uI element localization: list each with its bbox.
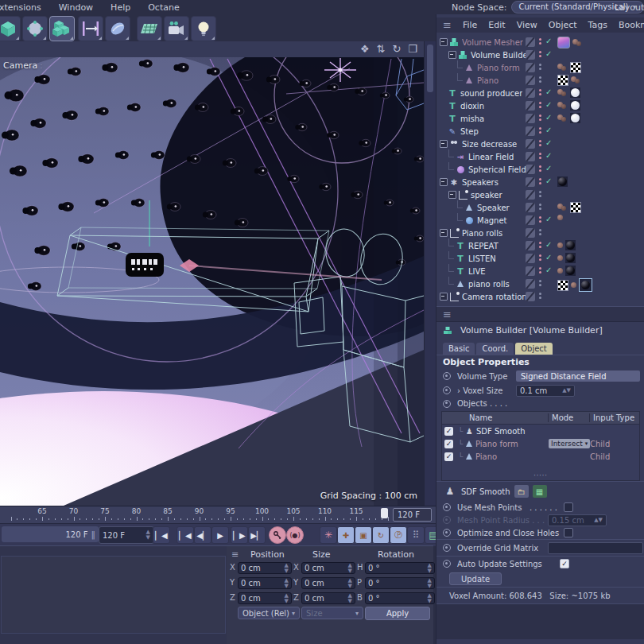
om-object-name[interactable]: sound producer bbox=[460, 89, 522, 98]
om-row[interactable]: ✱Speakers✓ bbox=[436, 176, 644, 188]
anim-dot-icon[interactable] bbox=[443, 529, 451, 537]
slider-grip[interactable]: ‖ bbox=[91, 530, 96, 540]
om-row[interactable]: Tmisha✓ bbox=[436, 112, 644, 125]
om-row[interactable]: TLIVE✓ bbox=[436, 265, 644, 277]
material-tags[interactable] bbox=[557, 202, 581, 213]
layer-toggle-icon[interactable] bbox=[526, 190, 535, 200]
layer-toggle-icon[interactable] bbox=[526, 37, 535, 47]
play-button[interactable]: ▶ bbox=[211, 526, 229, 544]
row-checkbox[interactable]: ✓ bbox=[444, 427, 453, 436]
auto-update-checkbox[interactable]: ✓ bbox=[560, 559, 569, 568]
om-row[interactable]: Tdioxin✓ bbox=[436, 99, 644, 112]
keyframe-selection-button[interactable]: ⠿ bbox=[407, 526, 425, 544]
enabled-check-icon[interactable]: ✓ bbox=[545, 37, 552, 45]
coord-field[interactable]: 0 cm▲▼ bbox=[301, 562, 355, 574]
om-row[interactable]: Piano rolls bbox=[436, 227, 644, 239]
tab-basic[interactable]: Basic bbox=[443, 343, 475, 355]
timeline-playhead[interactable] bbox=[381, 508, 388, 518]
om-row[interactable]: ✎Step✓ bbox=[436, 125, 644, 138]
om-object-name[interactable]: Step bbox=[460, 127, 479, 136]
material-dot2-icon[interactable] bbox=[557, 204, 568, 211]
coord-field[interactable]: 0 cm▲▼ bbox=[238, 562, 292, 574]
material-dot2-icon[interactable] bbox=[572, 39, 583, 47]
om-row[interactable]: Spherical Field✓ bbox=[436, 163, 644, 176]
cube-icon[interactable] bbox=[0, 16, 21, 41]
stepper-icon[interactable]: ▲▼ bbox=[146, 530, 150, 541]
layer-toggle-icon[interactable] bbox=[526, 177, 535, 187]
keyframe-settings-button[interactable]: ✳ bbox=[320, 526, 337, 544]
material-dot2-icon[interactable] bbox=[557, 64, 568, 72]
material-dot-icon[interactable] bbox=[557, 215, 563, 220]
om-row[interactable]: Size decrease✓ bbox=[436, 138, 644, 150]
next-key-button[interactable]: ▶▏ bbox=[248, 526, 266, 544]
coord-field[interactable]: 0 cm▲▼ bbox=[238, 592, 292, 604]
layer-toggle-icon[interactable] bbox=[526, 254, 535, 263]
material-tags[interactable] bbox=[557, 240, 576, 250]
floor-icon[interactable] bbox=[137, 16, 162, 41]
expand-icon[interactable] bbox=[440, 293, 448, 301]
om-menu-tags[interactable]: Tags bbox=[588, 20, 607, 30]
menu-item-window[interactable]: Window bbox=[59, 2, 93, 13]
visibility-dots-icon[interactable] bbox=[539, 102, 541, 108]
visibility-dots-icon[interactable] bbox=[539, 204, 541, 210]
layer-toggle-icon[interactable] bbox=[526, 114, 535, 123]
material-tags[interactable] bbox=[557, 113, 580, 123]
material-tags[interactable] bbox=[557, 253, 576, 263]
enabled-check-icon[interactable]: ✓ bbox=[545, 113, 552, 122]
anim-dot-icon[interactable] bbox=[443, 386, 451, 394]
om-object-name[interactable]: Piano form bbox=[477, 64, 520, 72]
enabled-check-icon[interactable]: ✓ bbox=[545, 266, 552, 274]
timeline-ruler[interactable]: 120 F 65707580859095100105110115 bbox=[0, 506, 436, 524]
apply-button[interactable]: Apply bbox=[365, 607, 430, 620]
autokey-button[interactable]: (●) bbox=[286, 526, 304, 544]
row-checkbox[interactable]: ✓ bbox=[444, 452, 453, 461]
om-object-name[interactable]: LIVE bbox=[468, 267, 486, 276]
optimize-checkbox[interactable] bbox=[564, 528, 573, 537]
layer-toggle-icon[interactable] bbox=[526, 228, 535, 238]
material-tags[interactable] bbox=[557, 100, 580, 111]
material-black-icon[interactable] bbox=[565, 240, 576, 250]
om-object-name[interactable]: piano rolls bbox=[468, 280, 510, 289]
enabled-check-icon[interactable]: ✓ bbox=[545, 100, 552, 109]
coord-field[interactable]: 0 °▲▼ bbox=[365, 577, 435, 589]
om-object-name[interactable]: Volume Builder bbox=[471, 51, 531, 60]
materials-panel[interactable] bbox=[0, 545, 227, 644]
voxel-size-field[interactable]: 0.1 cm▲▼ bbox=[516, 385, 575, 397]
om-object-name[interactable]: LISTEN bbox=[468, 254, 496, 263]
material-tags[interactable] bbox=[557, 87, 580, 98]
material-black-icon[interactable] bbox=[565, 266, 576, 276]
om-object-name[interactable]: REPEAT bbox=[468, 242, 499, 250]
anim-dot-icon[interactable] bbox=[443, 372, 451, 380]
om-menu-bookmarks[interactable]: Bookmarks bbox=[619, 20, 644, 30]
om-row[interactable]: Volume Mesher✓ bbox=[436, 36, 644, 48]
visibility-dots-icon[interactable] bbox=[539, 127, 541, 134]
key-parameter-toggle[interactable]: Ⓟ bbox=[390, 526, 407, 544]
objects-table-row[interactable]: ✓└PianoChild bbox=[442, 450, 639, 463]
current-frame-spinner[interactable]: 120 F ▲▼ bbox=[99, 526, 154, 544]
om-object-name[interactable]: speaker bbox=[471, 191, 502, 200]
enabled-check-icon[interactable]: ✓ bbox=[545, 240, 552, 249]
add-folder-icon[interactable]: 🗀 bbox=[514, 485, 529, 498]
key-position-toggle[interactable]: ✚ bbox=[337, 526, 355, 544]
visibility-dots-icon[interactable] bbox=[539, 216, 541, 223]
material-tags[interactable] bbox=[557, 75, 581, 86]
om-object-name[interactable]: Speakers bbox=[462, 178, 499, 187]
prev-key-button[interactable]: ▏◀ bbox=[177, 526, 194, 544]
anim-dot-icon[interactable] bbox=[443, 544, 451, 552]
om-row[interactable]: TLISTEN✓ bbox=[436, 252, 644, 265]
om-object-name[interactable]: Piano bbox=[477, 76, 499, 85]
material-dot-icon[interactable] bbox=[557, 255, 563, 261]
viewport[interactable]: ❖ ⇅ ↻ ❒ bbox=[0, 41, 424, 506]
objects-table[interactable]: Name Mode Input Type ✓└♟SDF Smooth✓└Pian… bbox=[441, 411, 640, 481]
layer-toggle-icon[interactable] bbox=[526, 266, 535, 276]
layer-toggle-icon[interactable] bbox=[526, 292, 535, 301]
anim-dot-icon[interactable] bbox=[443, 503, 451, 511]
om-row[interactable]: Piano form bbox=[436, 61, 644, 74]
override-grid-matrix-field[interactable] bbox=[548, 542, 643, 554]
enabled-check-icon[interactable]: ✓ bbox=[545, 215, 552, 223]
om-object-name[interactable]: dioxin bbox=[460, 102, 484, 111]
matrix-icon[interactable]: ▦ bbox=[533, 485, 547, 498]
timeline-range-slider[interactable]: 120 F‖ bbox=[2, 526, 99, 542]
editable-points-icon[interactable] bbox=[22, 16, 48, 41]
om-row[interactable]: Piano bbox=[436, 74, 644, 87]
